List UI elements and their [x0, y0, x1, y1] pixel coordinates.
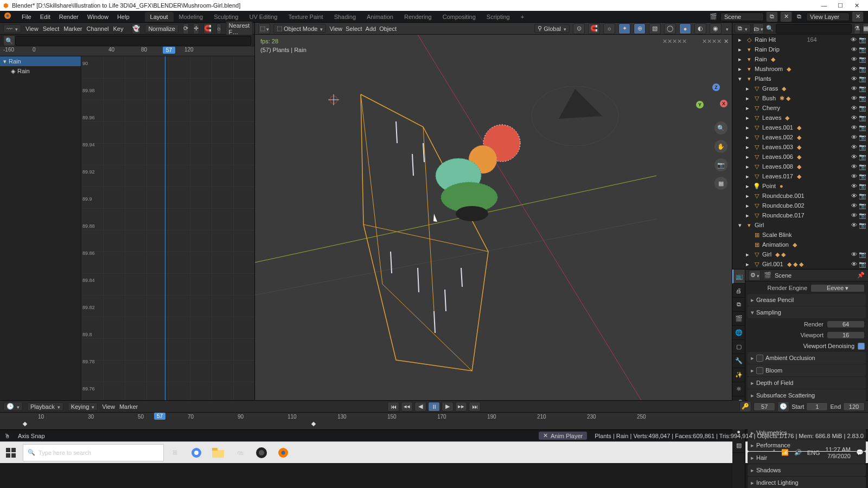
ptab-scene[interactable]: 🎬 — [732, 312, 745, 326]
play-button[interactable]: ▶ — [442, 402, 454, 412]
outliner-row[interactable]: ▸▾Rain Drip👁📷 — [732, 44, 868, 54]
outliner-mode-dropdown[interactable]: ⧉ — [735, 24, 751, 33]
outliner-row[interactable]: ▾▾Girl👁📷 — [732, 220, 868, 230]
visibility-toggle[interactable]: 📷 — [859, 133, 866, 141]
expand-icon[interactable]: ▸ — [744, 163, 751, 170]
outliner-row[interactable]: ⊞Scale Blink — [732, 230, 868, 240]
visibility-toggle[interactable]: 👁 — [850, 202, 858, 209]
store-icon[interactable]: 🛍 — [229, 442, 251, 464]
expand-icon[interactable] — [744, 231, 751, 239]
overlay-toggle[interactable]: ⊕ — [634, 23, 646, 34]
start-frame-field[interactable]: 1 — [806, 402, 828, 411]
menu-render[interactable]: Render — [55, 12, 83, 22]
visibility-toggle[interactable]: 📷 — [859, 55, 866, 63]
snap-tool[interactable]: 🧲 — [203, 23, 212, 34]
visibility-toggle[interactable]: 📷 — [859, 182, 866, 190]
pan-icon[interactable]: ✋ — [714, 140, 727, 153]
visibility-toggle[interactable]: 👁 — [850, 221, 858, 229]
perspective-icon[interactable]: ▦ — [714, 177, 727, 190]
ptab-particle[interactable]: ✨ — [732, 368, 745, 382]
expand-icon[interactable]: ▸ — [744, 182, 751, 190]
visibility-toggle[interactable]: 📷 — [859, 192, 866, 200]
expand-icon[interactable]: ▸ — [744, 133, 751, 141]
tab-scripting[interactable]: Scripting — [481, 12, 515, 22]
taskbar-clock[interactable]: 11:27 AM 7/9/2020 — [826, 446, 851, 459]
autokey-toggle[interactable]: 🔑 — [739, 401, 751, 412]
panel-checkbox[interactable] — [756, 367, 763, 374]
vp-menu-select[interactable]: Select — [346, 25, 362, 32]
outliner-row[interactable]: ▸▽Leaves.008◆👁📷 — [732, 162, 868, 171]
outliner-row[interactable]: ▸▽Grass◆👁📷 — [732, 84, 868, 93]
channel-search[interactable] — [15, 36, 251, 46]
tab-layout[interactable]: Layout — [145, 12, 174, 22]
graph-menu-key[interactable]: Key — [113, 25, 123, 32]
current-frame-field[interactable]: 57 — [754, 402, 775, 411]
visibility-toggle[interactable]: 👁 — [850, 153, 858, 160]
visibility-toggle[interactable]: 📷 — [859, 143, 866, 151]
zoom-icon[interactable]: 🔍 — [714, 121, 727, 134]
visibility-toggle[interactable]: 📷 — [859, 260, 866, 268]
visibility-toggle[interactable]: 👁 — [850, 182, 858, 190]
snap-type[interactable]: Nearest F… — [226, 21, 253, 36]
cursor-tool[interactable]: ✛ — [193, 23, 199, 34]
pivot-button[interactable]: ⊙ — [573, 23, 585, 34]
taskbar-search[interactable]: 🔍 Type here to search — [23, 444, 164, 461]
expand-icon[interactable]: ▸ — [736, 65, 744, 73]
normalize-button[interactable]: Normalize — [145, 24, 178, 33]
outliner-row[interactable]: ⊞Animation◆ — [732, 240, 868, 249]
ptab-viewlayer[interactable]: ⧉ — [732, 298, 745, 312]
anim-player-badge[interactable]: ✕ Anim Player — [539, 432, 587, 440]
timeline-playhead[interactable]: 57 — [154, 413, 165, 420]
viewlayer-new-button[interactable]: ✕ — [852, 11, 864, 22]
playback-menu[interactable]: Playback — [27, 402, 63, 411]
render-engine-dropdown[interactable]: Eevee ▾ — [810, 284, 865, 292]
expand-icon[interactable] — [744, 241, 751, 248]
solid-shading[interactable]: ● — [679, 23, 691, 34]
menu-help[interactable]: Help — [113, 12, 134, 22]
rendered-shading[interactable]: ◉ — [710, 23, 722, 34]
outliner-row[interactable]: ▸▽Leaves.006◆👁📷 — [732, 152, 868, 162]
panel-bloom[interactable]: ▸Bloom — [748, 364, 866, 376]
window-maximize-button[interactable]: ☐ — [832, 2, 848, 9]
scene-field[interactable]: Scene — [720, 12, 764, 21]
expand-icon[interactable]: ▸ — [744, 260, 751, 268]
pill-icon[interactable]: ✕✕✕✕✕ — [662, 38, 687, 45]
pin-icon[interactable]: 📌 — [857, 272, 865, 279]
explorer-icon[interactable] — [207, 442, 229, 464]
proportional-edit[interactable]: ○ — [603, 23, 615, 34]
expand-icon[interactable]: ▸ — [744, 192, 751, 200]
snap-toggle[interactable]: 🧲 — [588, 23, 600, 34]
start-button[interactable] — [0, 442, 22, 464]
visibility-toggle[interactable]: 👁 — [850, 104, 858, 112]
tab-compositing[interactable]: Compositing — [437, 12, 481, 22]
expand-icon[interactable]: ▸ — [736, 46, 744, 53]
visibility-toggle[interactable]: 👁 — [850, 260, 858, 268]
visibility-toggle[interactable]: 📷 — [859, 75, 866, 82]
visibility-toggle[interactable]: 📷 — [859, 36, 866, 43]
panel-shadows[interactable]: ▸Shadows — [748, 464, 866, 476]
expand-icon[interactable]: ▸ — [744, 85, 751, 92]
graph-menu-view[interactable]: View — [25, 25, 39, 32]
expand-icon[interactable]: ▸ — [736, 36, 744, 43]
tab-uv-editing[interactable]: UV Editing — [244, 12, 283, 22]
graph-ruler[interactable]: -160 0 40 80 120 57 — [0, 47, 254, 56]
outliner-row[interactable]: ▸▽Roundcube.017👁📷 — [732, 210, 868, 220]
visibility-toggle[interactable]: 👁 — [850, 163, 858, 170]
search-icon[interactable]: 🔍 — [3, 35, 15, 46]
playhead-line[interactable] — [165, 56, 165, 400]
visibility-toggle[interactable]: 📷 — [859, 163, 866, 170]
axis-y-icon[interactable]: Y — [696, 101, 704, 108]
expand-icon[interactable]: ▸ — [744, 114, 751, 121]
expand-icon[interactable]: ▾ — [736, 221, 744, 229]
outliner-row[interactable]: ▸▽Roundcube.001👁📷 — [732, 191, 868, 201]
orientation-dropdown[interactable]: ⚲ Global — [534, 24, 570, 33]
ptab-object[interactable]: ▢ — [732, 340, 745, 354]
play-reverse-button[interactable]: ◀ — [414, 402, 426, 412]
viewlayer-field[interactable]: View Layer — [806, 12, 850, 21]
expand-icon[interactable]: ▾ — [736, 75, 744, 82]
outliner-row[interactable]: ▸▽Leaves.002◆👁📷 — [732, 132, 868, 142]
xray-toggle[interactable]: ▧ — [649, 23, 661, 34]
keyframe-icon[interactable] — [311, 422, 316, 426]
outliner-row[interactable]: ▸▽Roundcube.002👁📷 — [732, 201, 868, 210]
camera-view-icon[interactable]: 📷 — [714, 158, 727, 171]
